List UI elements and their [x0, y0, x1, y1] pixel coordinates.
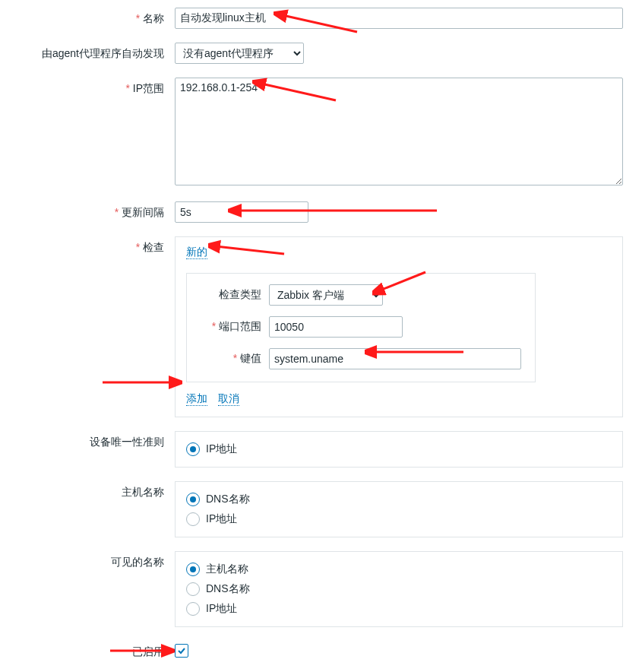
radio-option[interactable]: IP地址: [186, 509, 612, 529]
interval-input[interactable]: [175, 201, 308, 223]
radio-icon[interactable]: [186, 563, 200, 576]
radio-icon[interactable]: [186, 602, 200, 616]
name-input[interactable]: [175, 8, 623, 29]
label-enabled: 已启用: [8, 641, 175, 659]
radio-label: DNS名称: [206, 582, 250, 596]
radio-label: IP地址: [206, 442, 237, 456]
iprange-textarea[interactable]: [175, 78, 623, 185]
label-proxy: 由agent代理程序自动发现: [8, 43, 175, 61]
enabled-checkbox[interactable]: [175, 644, 188, 658]
uniqueness-radio-group: IP地址: [175, 431, 623, 468]
label-interval: * 更新间隔: [8, 201, 175, 220]
cancel-check-link[interactable]: 取消: [218, 391, 239, 406]
radio-option[interactable]: 主机名称: [186, 559, 612, 579]
label-checktype: 检查类型: [201, 288, 269, 302]
label-hostname: 主机名称: [8, 481, 175, 499]
hostname-radio-group: DNS名称IP地址: [175, 481, 623, 537]
checktype-select[interactable]: Zabbix 客户端: [269, 284, 383, 306]
label-uniqueness: 设备唯一性准则: [8, 431, 175, 449]
radio-option[interactable]: DNS名称: [186, 490, 612, 509]
radio-icon[interactable]: [186, 512, 200, 526]
check-form-panel: 检查类型 Zabbix 客户端 * 端口范围 * 键值: [186, 273, 536, 382]
label-checks: * 检查: [8, 236, 175, 255]
label-visiblename: 可见的名称: [8, 551, 175, 569]
add-check-link[interactable]: 添加: [186, 391, 207, 406]
checks-panel: 新的 检查类型 Zabbix 客户端 * 端口范围: [175, 236, 623, 417]
label-iprange: * IP范围: [8, 78, 175, 96]
new-check-link[interactable]: 新的: [186, 245, 207, 259]
radio-option[interactable]: IP地址: [186, 599, 612, 619]
radio-option[interactable]: IP地址: [186, 439, 612, 459]
radio-label: DNS名称: [206, 493, 250, 506]
portrange-input[interactable]: [269, 316, 403, 338]
proxy-select[interactable]: 没有agent代理程序: [175, 43, 304, 64]
radio-icon[interactable]: [186, 442, 200, 456]
radio-icon[interactable]: [186, 493, 200, 506]
radio-icon[interactable]: [186, 582, 200, 596]
label-name: * 名称: [8, 8, 175, 26]
key-input[interactable]: [269, 348, 521, 369]
label-portrange: * 端口范围: [201, 320, 269, 334]
label-key: * 键值: [201, 352, 269, 366]
radio-label: IP地址: [206, 512, 237, 526]
radio-label: 主机名称: [206, 563, 248, 576]
radio-label: IP地址: [206, 602, 237, 616]
visiblename-radio-group: 主机名称DNS名称IP地址: [175, 551, 623, 627]
radio-option[interactable]: DNS名称: [186, 579, 612, 599]
